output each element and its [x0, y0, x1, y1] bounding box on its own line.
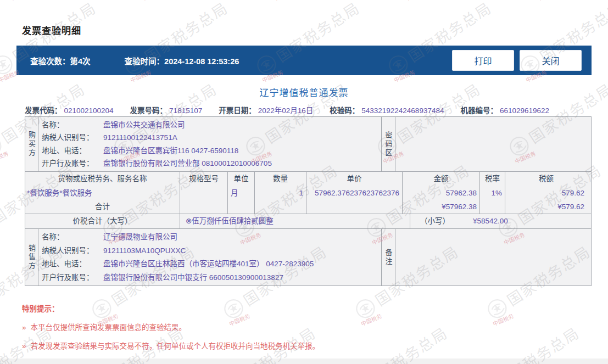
amount-total: ¥57962.38: [403, 200, 479, 214]
check-time: 查验时间：2024-12-08 12:53:26: [125, 55, 239, 66]
watermark-text: 国家税务总局: [360, 322, 451, 364]
invoice-meta-row: 发票代码：021002100204 发票号码：71815107 开票日期：202…: [25, 104, 592, 115]
tax-emblem-icon: [0, 51, 16, 79]
check-count-label: 查验次数：: [30, 57, 70, 66]
notice-item-2: »若发现发票查验结果与实际交易不符，任何单位或个人有权拒收并向当地税务机关举报。: [22, 340, 320, 351]
invoice-title: 辽宁增值税普通发票: [0, 85, 608, 99]
buyer-name-row: 名称：盘锦市公共交通有限公司: [38, 119, 381, 131]
invoice-number: 发票号码：71815107: [130, 104, 203, 115]
stamp-script-text: 中国税务: [403, 0, 427, 2]
print-button[interactable]: 打印: [452, 50, 514, 71]
invoice-date: 开票日期：2022年02月16日: [219, 104, 313, 115]
stamp-script-text: 中国税务: [140, 0, 163, 2]
tax-amount-total: ¥579.62: [505, 200, 587, 214]
page-title: 发票查验明细: [22, 23, 81, 37]
check-time-value: 2024-12-08 12:53:26: [164, 57, 239, 66]
footer-strip: [0, 359, 608, 364]
watermark-item: 中国税务国家税务总局: [340, 322, 451, 364]
buyer-taxid-row: 纳税人识别号：91211100122413751A: [38, 131, 381, 144]
seller-taxid-row: 纳税人识别号：91211103MA10QPUXXC: [38, 244, 381, 257]
col-amount: 金额 57962.38 ¥57962.38: [402, 172, 479, 214]
grand-total-label: 价税合计（大写）: [25, 214, 180, 228]
col-item-name: 货物或应税劳务、服务名称 *餐饮服务*餐饮服务 合计: [25, 172, 180, 214]
seller-name-row: 名称：辽宁德晟物业有限公司: [38, 231, 381, 243]
col-quantity: 数量 1: [254, 172, 306, 214]
tax-emblem-icon: [352, 295, 379, 322]
quantity-value: 1: [255, 186, 306, 200]
remark-zone-label: 备注: [383, 249, 394, 266]
seller-fields: 名称：辽宁德晟物业有限公司 纳税人识别号：91211103MA10QPUXXC …: [38, 229, 382, 285]
grand-total-numeric: （小写） ¥58542.00: [410, 214, 591, 228]
total-label: 合计: [25, 200, 180, 214]
seller-address-row: 地址、电话：盘锦市兴隆台区庄林路西（市客运站四楼401室） 0427-28239…: [38, 257, 381, 270]
grand-total-row: 价税合计（大写） ⊗伍万捌仟伍佰肆拾贰圆整 （小写） ¥58542.00: [25, 214, 591, 228]
stamp-script-text: 中国税务: [8, 0, 31, 2]
invoice-code: 发票代码：021002100204: [25, 104, 114, 115]
grand-total-words: ⊗伍万捌仟伍佰肆拾贰圆整: [180, 214, 410, 228]
close-button[interactable]: 关闭: [520, 50, 582, 71]
buyer-fields: 名称：盘锦市公共交通有限公司 纳税人识别号：91211100122413751A…: [38, 117, 382, 171]
special-notice-title: 特别提示：: [22, 303, 320, 313]
tax-emblem-icon: [0, 132, 5, 160]
stamp-script-text: 中国税务: [359, 311, 383, 327]
stamp-script-text: 中国税务: [271, 0, 295, 2]
check-count-value: 第4次: [70, 57, 91, 66]
seller-bank-row: 开户行及账号：盘锦银行股份有限公司中银支行 660050130900013827: [38, 271, 381, 284]
password-zone-label: 密码区: [383, 131, 394, 158]
invoice-machine-number: 机器编号：661029619622: [460, 104, 549, 115]
watermark-text: 国家税务总局: [492, 322, 583, 364]
buyer-address-row: 地址、电话：盘锦市兴隆台区惠宾街116 0427-6590118: [38, 144, 381, 157]
buyer-side-label: 购买方: [26, 131, 37, 158]
col-spec: 规格型号: [180, 172, 227, 214]
watermark-item: 中国税务国家税务总局: [472, 322, 583, 364]
stamp-script-text: 中国税务: [0, 149, 9, 165]
items-grid: 货物或应税劳务、服务名称 *餐饮服务*餐饮服务 合计 规格型号 单位 月 数量 …: [25, 171, 591, 214]
check-time-label: 查验时间：: [125, 57, 165, 66]
amount-value: 57962.38: [403, 186, 479, 200]
check-count: 查验次数：第4次: [30, 55, 91, 66]
tax-amount-value: 579.62: [505, 186, 587, 200]
col-tax-amount: 税额 579.62 ¥579.62: [505, 172, 587, 214]
bullet-icon: »: [22, 323, 26, 332]
invoice-checkcode: 校验码：54332192242468937484: [330, 104, 444, 115]
buyer-section: 购买方 名称：盘锦市公共交通有限公司 纳税人识别号：91211100122413…: [25, 117, 591, 171]
stamp-script-text: 中国税务: [535, 0, 559, 2]
buyer-bank-row: 开户行及账号：盘锦银行股份有限公司营业部 08100012010006705: [38, 157, 381, 170]
watermark-item: 中国税务国家税务总局: [604, 322, 608, 364]
unit-value: 月: [228, 186, 254, 200]
unit-price-value: 57962.376237623762376: [306, 186, 402, 200]
remark-zone-content: [395, 229, 591, 285]
tax-emblem-icon: [483, 295, 511, 322]
tax-rate-value: 1%: [480, 186, 505, 200]
seller-section: 销售方 名称：辽宁德晟物业有限公司 纳税人识别号：91211103MA10QPU…: [25, 228, 591, 285]
stamp-script-text: 中国税务: [491, 311, 515, 327]
col-unit-price: 单价 57962.376237623762376: [306, 172, 402, 214]
item-name-value: *餐饮服务*餐饮服务: [25, 186, 180, 200]
col-unit: 单位 月: [227, 172, 254, 214]
invoice-table: 购买方 名称：盘锦市公共交通有限公司 纳税人识别号：91211100122413…: [25, 116, 592, 286]
seller-side-label: 销售方: [26, 244, 37, 271]
bullet-icon: »: [22, 342, 26, 350]
col-tax-rate: 税率 1%: [479, 172, 505, 214]
verification-toolbar: 查验次数：第4次 查验时间：2024-12-08 12:53:26 打印 关闭: [16, 46, 592, 75]
notice-item-1: »本平台仅提供所查询发票票面信息的查验结果。: [22, 321, 320, 332]
password-zone-content: [395, 117, 591, 171]
special-notice: 特别提示： »本平台仅提供所查询发票票面信息的查验结果。 »若发现发票查验结果与…: [22, 303, 320, 351]
